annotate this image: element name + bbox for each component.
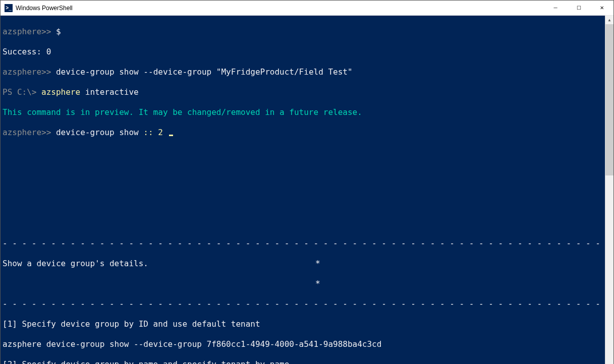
star-marker: * (315, 279, 320, 288)
command-text: device-group show (56, 128, 143, 137)
help-description: Show a device group's details. (3, 259, 315, 269)
maximize-button[interactable]: ☐ (567, 1, 590, 16)
minimize-button[interactable]: ─ (544, 1, 567, 16)
scroll-track[interactable] (605, 24, 613, 364)
command-arg: interactive (80, 87, 139, 97)
powershell-window: >_ Windows PowerShell ─ ☐ ✕ azsphere>> $… (0, 0, 614, 364)
content-row: azsphere>> $ Success: 0 azsphere>> devic… (1, 16, 613, 364)
output-line: Success: 0 (3, 47, 605, 57)
close-button[interactable]: ✕ (590, 1, 613, 16)
powershell-icon: >_ (5, 4, 13, 12)
divider: - - - - - - - - - - - - - - - - - - - - … (3, 238, 605, 249)
command-text: device-group show --device-group "MyFrid… (56, 67, 353, 77)
scroll-up-arrow-icon[interactable]: ▲ (605, 16, 613, 24)
terminal[interactable]: azsphere>> $ Success: 0 azsphere>> devic… (1, 16, 605, 364)
ps-prompt: PS C:\> (3, 87, 41, 97)
titlebar[interactable]: >_ Windows PowerShell ─ ☐ ✕ (1, 1, 613, 16)
window-title: Windows PowerShell (16, 5, 544, 12)
divider: - - - - - - - - - - - - - - - - - - - - … (3, 299, 605, 309)
prompt: azsphere>> (3, 27, 56, 36)
prompt: azsphere>> (3, 128, 56, 137)
example-head: [1] Specify device group by ID and use d… (3, 319, 605, 329)
scroll-thumb[interactable] (605, 24, 613, 175)
command-exe: azsphere (41, 87, 80, 97)
command-text: $ (56, 27, 61, 36)
prompt: azsphere>> (3, 67, 56, 77)
star-marker: * (315, 259, 320, 268)
preview-warning: This command is in preview. It may be ch… (3, 107, 605, 117)
cursor-icon (169, 135, 173, 136)
vertical-scrollbar[interactable]: ▲ ▼ (605, 16, 613, 364)
example-head: [2] Specify device group by name and spe… (3, 359, 605, 364)
command-step: :: 2 (143, 128, 168, 137)
client-area: azsphere>> $ Success: 0 azsphere>> devic… (1, 16, 613, 364)
example-cmd: azsphere device-group show --device-grou… (3, 339, 605, 349)
